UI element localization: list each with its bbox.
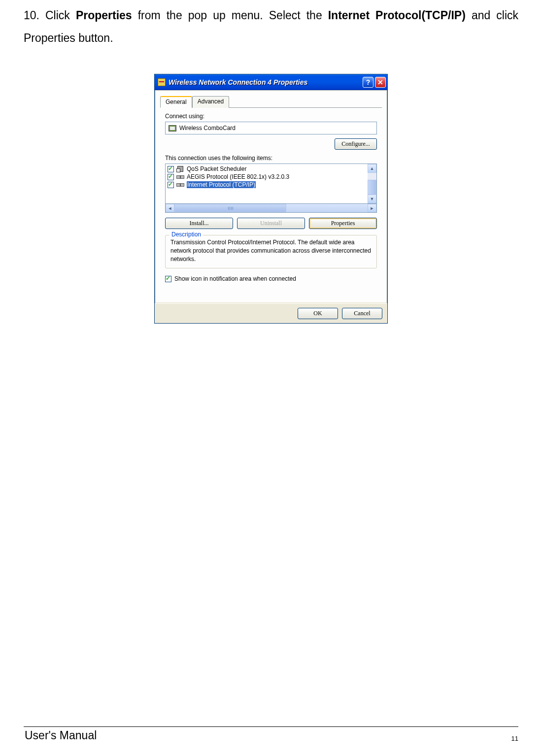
- description-text: Transmission Control Protocol/Internet P…: [170, 238, 372, 263]
- grip-icon: [228, 207, 233, 210]
- close-icon: ✕: [377, 78, 383, 86]
- ok-button-label: OK: [313, 310, 322, 317]
- connection-items-label: This connection uses the following items…: [165, 155, 377, 162]
- scroll-right-button[interactable]: ►: [368, 204, 376, 212]
- list-item-aegis[interactable]: AEGIS Protocol (IEEE 802.1x) v3.2.0.3: [167, 173, 367, 181]
- adapter-name: Wireless ComboCard: [179, 125, 236, 131]
- tab-advanced-label: Advanced: [198, 98, 224, 105]
- instr-bold1: Properties: [76, 9, 132, 22]
- instr-mid: from the pop up menu. Select the: [132, 9, 328, 22]
- scroll-up-button[interactable]: ▲: [368, 164, 376, 173]
- properties-button[interactable]: Properties: [309, 218, 377, 229]
- vertical-scrollbar[interactable]: ▲ ▼: [368, 164, 376, 203]
- install-button-label: Install...: [190, 220, 209, 227]
- cancel-button[interactable]: Cancel: [342, 308, 382, 319]
- list-item-label: Internet Protocol (TCP/IP): [187, 181, 256, 188]
- help-icon: ?: [366, 78, 371, 86]
- instruction-paragraph: 10. Click Properties from the pop up men…: [24, 0, 518, 49]
- scroll-left-button[interactable]: ◄: [166, 204, 174, 212]
- checkbox-qos[interactable]: [168, 166, 174, 172]
- list-item-label: QoS Packet Scheduler: [187, 165, 246, 172]
- scroll-thumb[interactable]: [368, 180, 376, 195]
- instr-bold2: Internet Protocol(TCP/IP): [328, 9, 466, 22]
- connect-using-label: Connect using:: [165, 113, 377, 120]
- description-legend: Description: [169, 231, 203, 238]
- connection-items-list[interactable]: QoS Packet Scheduler AEGIS Protocol (IEE…: [165, 164, 377, 204]
- protocol-icon: [176, 173, 184, 180]
- adapter-icon: [169, 125, 176, 131]
- instr-prefix: 10. Click: [24, 9, 76, 22]
- footer-page-number: 11: [511, 735, 518, 742]
- list-item-label: AEGIS Protocol (IEEE 802.1x) v3.2.0.3: [187, 173, 289, 180]
- uninstall-button-label: Uninstall: [260, 220, 282, 227]
- properties-button-label: Properties: [331, 220, 355, 227]
- adapter-field: Wireless ComboCard: [165, 122, 377, 134]
- h-scroll-track[interactable]: [174, 204, 368, 212]
- install-button[interactable]: Install...: [165, 218, 233, 229]
- scroll-down-button[interactable]: ▼: [368, 195, 376, 203]
- page-footer: User's Manual 11: [24, 726, 518, 742]
- properties-dialog: Wireless Network Connection 4 Properties…: [154, 74, 388, 324]
- dialog-footer: OK Cancel: [155, 303, 387, 323]
- titlebar-close-button[interactable]: ✕: [375, 77, 386, 88]
- titlebar-help-button[interactable]: ?: [363, 77, 373, 88]
- list-item-qos[interactable]: QoS Packet Scheduler: [167, 165, 367, 173]
- configure-button[interactable]: Configure...: [335, 138, 377, 150]
- horizontal-scrollbar[interactable]: ◄ ►: [165, 204, 377, 213]
- checkbox-tcpip[interactable]: [168, 182, 174, 188]
- tab-strip: General Advanced: [160, 96, 382, 108]
- scroll-track[interactable]: [368, 173, 376, 180]
- show-icon-label: Show icon in notification area when conn…: [174, 275, 296, 282]
- qos-icon: [176, 165, 184, 172]
- check-icon: ✓: [166, 275, 170, 282]
- tab-advanced[interactable]: Advanced: [192, 96, 229, 108]
- cancel-button-label: Cancel: [354, 310, 370, 317]
- show-icon-checkbox[interactable]: ✓: [165, 276, 171, 282]
- dialog-title: Wireless Network Connection 4 Properties: [169, 78, 361, 86]
- app-icon: [158, 78, 166, 86]
- dialog-titlebar[interactable]: Wireless Network Connection 4 Properties…: [155, 74, 387, 90]
- ok-button[interactable]: OK: [298, 308, 338, 319]
- uninstall-button: Uninstall: [237, 218, 305, 229]
- checkbox-aegis[interactable]: [168, 174, 174, 180]
- protocol-icon: [176, 181, 184, 188]
- description-group: Description Transmission Control Protoco…: [165, 235, 377, 268]
- tab-general[interactable]: General: [160, 96, 192, 108]
- tab-general-label: General: [166, 99, 187, 105]
- list-item-tcpip[interactable]: Internet Protocol (TCP/IP): [167, 181, 367, 189]
- footer-doc-title: User's Manual: [24, 729, 97, 742]
- configure-button-label: Configure...: [341, 140, 370, 147]
- h-scroll-thumb[interactable]: [174, 204, 286, 212]
